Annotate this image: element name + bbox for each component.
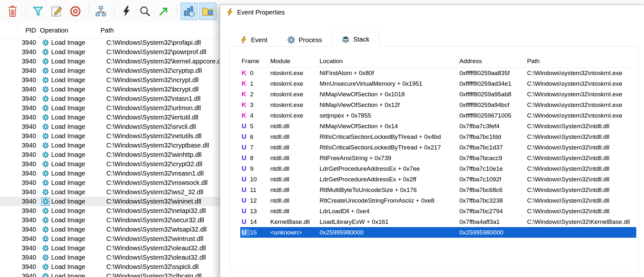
stack-frame-row[interactable]: U15<unknown>0x259959800000x25995980000 (240, 227, 636, 238)
folder-toggle-button[interactable] (199, 3, 216, 20)
path-cell: C:\Windows\System32\ntdll.dll (526, 186, 636, 194)
location-cell: LdrGetProcedureAddressEx + 0x2ff (318, 176, 458, 183)
pid-cell: 3940 (0, 132, 39, 140)
operation-label: Load Image (51, 216, 85, 224)
stack-frame-row[interactable]: U9ntdll.dllLdrGetProcedureAddressEx + 0x… (240, 163, 636, 174)
stack-frame-row[interactable]: K2ntoskrnl.exeNtMapViewOfSection + 0x101… (240, 89, 636, 100)
frame-number: 3 (250, 101, 254, 108)
operation-cell: Load Image (39, 244, 102, 252)
operation-cell: Load Image (39, 235, 102, 243)
operation-cell: Load Image (39, 114, 102, 121)
event-class-button[interactable] (118, 3, 135, 20)
clear-button[interactable] (4, 3, 21, 20)
pid-cell: 3940 (0, 142, 39, 149)
address-cell: 0xfffff80259671005 (458, 112, 526, 119)
location-cell: MmUnsecureVirtualMemory + 0x1951 (318, 80, 458, 87)
stack-frame-row[interactable]: U10ntdll.dllLdrGetProcedureAddressEx + 0… (240, 174, 636, 185)
stack-frame-row[interactable]: U13ntdll.dllLdrLoadDll + 0xe40x7ffba7bc2… (240, 206, 636, 216)
path-cell: C:\Windows\System32\urlmon.dll (102, 104, 201, 112)
pid-cell: 3940 (0, 48, 39, 56)
load-image-icon (42, 49, 49, 56)
path-cell: C:\Windows\System32\ntdll.dll (526, 123, 636, 130)
filter-button[interactable] (29, 3, 47, 20)
pid-cell: 3940 (0, 86, 39, 93)
operation-label: Load Image (51, 142, 85, 149)
load-image-icon (42, 207, 49, 215)
frame-cell: U12 (240, 197, 269, 204)
stack-frame-row[interactable]: K3ntoskrnl.exeNtMapViewOfSection + 0x12f… (240, 100, 636, 110)
stack-header: Frame Module Location Address Path (240, 55, 636, 68)
magnifier-icon (139, 5, 151, 17)
path-cell: C:\Windows\System32\oleaut32.dll (102, 244, 206, 252)
stack-frame-row[interactable]: U8ntdll.dllRtlFreeAnsiString + 0x7390x7f… (240, 153, 636, 163)
frame-number: 1 (250, 80, 254, 87)
load-image-icon (42, 95, 49, 102)
operation-cell: Load Image (39, 48, 102, 56)
module-cell: ntdll.dll (269, 123, 318, 130)
tab-stack[interactable]: Stack (332, 32, 379, 46)
process-tree-button[interactable] (92, 3, 110, 20)
frame-cell: U14 (240, 218, 269, 225)
module-cell: ntdll.dll (269, 165, 318, 172)
event-properties-dialog: Event Properties EventProcessStack Frame… (220, 5, 644, 277)
dialog-titlebar[interactable]: Event Properties (220, 5, 644, 20)
load-image-icon (42, 151, 49, 158)
stack-frame-row[interactable]: U6ntdll.dllRtlIsCriticalSectionLockedByT… (240, 131, 636, 142)
stack-frame-row[interactable]: U7ntdll.dllRtlIsCriticalSectionLockedByT… (240, 142, 636, 153)
module-cell: ntdll.dll (269, 144, 318, 151)
stack-frame-row[interactable]: K4ntoskrnl.exesetjmpex + 0x78550xfffff80… (240, 110, 636, 121)
tab-process[interactable]: Process (277, 33, 332, 46)
frame-cell: U8 (240, 154, 269, 162)
include-target-button[interactable] (67, 3, 84, 20)
path-cell: C:\Windows\system32\ntoskrnl.exe (526, 80, 636, 87)
load-image-icon (42, 254, 49, 261)
path-cell: C:\Windows\System32\cryptsp.dll (102, 67, 202, 74)
frame-number: 14 (250, 218, 257, 225)
stack-header-path[interactable]: Path (526, 55, 636, 67)
operation-cell: Load Image (39, 39, 102, 46)
stack-frame-row[interactable]: U12ntdll.dllRtlCreateUnicodeStringFromAs… (240, 195, 636, 206)
chart-toggle-button[interactable] (180, 3, 198, 20)
stack-header-frame[interactable]: Frame (240, 55, 269, 67)
path-cell: C:\Windows\System32\cryptbase.dll (102, 142, 209, 149)
highlight-button[interactable] (48, 3, 65, 20)
operation-label: Load Image (51, 235, 85, 243)
module-cell: <unknown> (269, 229, 318, 236)
frame-cell: U15 (240, 229, 269, 236)
pid-cell: 3940 (0, 76, 39, 84)
path-cell: C:\Windows\system32\ntoskrnl.exe (526, 112, 636, 119)
jump-to-button[interactable] (155, 3, 172, 20)
pid-cell: 3940 (0, 123, 39, 130)
stack-frame-row[interactable]: K0ntoskrnl.exeNtFindAtom + 0x80f0xfffff8… (240, 68, 636, 78)
stack-frame-row[interactable]: U14KernelBase.dllLoadLibraryExW + 0x1610… (240, 216, 636, 227)
stack-frame-row[interactable]: U5ntdll.dllNtMapViewOfSection + 0x140x7f… (240, 121, 636, 131)
lightning-icon (226, 8, 234, 16)
frame-type: U (242, 154, 250, 162)
pencil-icon (51, 5, 62, 17)
operation-label: Load Image (51, 188, 85, 196)
find-button[interactable] (136, 3, 154, 20)
pid-cell: 3940 (0, 104, 39, 112)
path-cell: C:\Windows\System32\clbcatq.dll (102, 272, 202, 277)
stack-frame-row[interactable]: K1ntoskrnl.exeMmUnsecureVirtualMemory + … (240, 78, 636, 89)
header-operation[interactable]: Operation (36, 23, 101, 38)
load-image-icon (42, 263, 49, 271)
pid-cell: 3940 (0, 179, 39, 186)
tab-event[interactable]: Event (230, 33, 277, 46)
module-cell: ntoskrnl.exe (269, 70, 318, 77)
operation-cell: Load Image (39, 123, 102, 130)
stack-frame-row[interactable]: U11ntdll.dllRtlMultiByteToUnicodeSize + … (240, 185, 636, 195)
pid-cell: 3940 (0, 263, 39, 271)
operation-cell: Load Image (39, 216, 102, 224)
frame-cell: K4 (240, 112, 269, 119)
stack-header-address[interactable]: Address (458, 55, 526, 67)
path-cell: C:\Windows\system32\ntoskrnl.exe (526, 70, 636, 77)
stack-header-module[interactable]: Module (269, 55, 318, 67)
stack-header-location[interactable]: Location (318, 55, 458, 67)
dialog-title: Event Properties (237, 9, 285, 16)
load-image-icon (42, 273, 49, 277)
operation-label: Load Image (51, 104, 85, 112)
load-image-icon (42, 142, 49, 149)
load-image-icon (42, 105, 49, 112)
pid-cell: 3940 (0, 39, 39, 46)
